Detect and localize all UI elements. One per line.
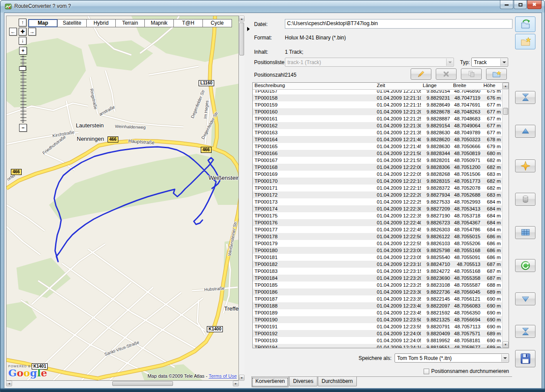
table-row[interactable]: TP00019201.04.2009 12:24:009.882040948.7… [253, 330, 502, 337]
table-body[interactable]: TP00015701.04.2009 12:21:059.882915448.7… [253, 90, 502, 348]
zoom-out-button[interactable]: − [19, 124, 27, 132]
column-header[interactable]: Beschreibung [253, 83, 375, 89]
move-up-button[interactable] [515, 125, 535, 138]
tab-diverses[interactable]: Diverses [289, 377, 317, 386]
delete-positionlist-button[interactable] [436, 68, 457, 80]
copy-positionlist-button[interactable] [461, 68, 482, 80]
pan-center-button[interactable]: ✚ [19, 28, 26, 36]
column-header[interactable]: Zeit [375, 83, 421, 89]
table-row[interactable]: TP00018001.04.2009 12:23:009.882579848.7… [253, 247, 502, 254]
table-row[interactable]: TP00018601.04.2009 12:23:309.882273648.7… [253, 288, 502, 295]
map-type-button-cycle[interactable]: Cycle [202, 19, 232, 27]
save-format-combobox[interactable]: Tom Tom 5 Route (*.itn) [395, 353, 509, 363]
rename-positionlist-button[interactable] [411, 68, 431, 80]
table-row[interactable]: TP00016701.04.2009 12:21:559.882820148.7… [253, 157, 502, 164]
numbering-checkbox[interactable] [424, 369, 429, 374]
title-bar[interactable]: RouteConverter ? vom ? ✖ [0, 0, 545, 13]
table-row[interactable]: TP00017301.04.2009 12:22:259.882753348.7… [253, 198, 502, 205]
table-row[interactable]: TP00017701.04.2009 12:22:459.882630348.7… [253, 226, 502, 233]
close-button[interactable]: ✖ [527, 0, 542, 9]
table-header[interactable]: BeschreibungZeitLängeBreiteHöhe [253, 83, 502, 90]
table-row[interactable]: TP00017901.04.2009 12:22:559.882610348.7… [253, 240, 502, 247]
table-row[interactable]: TP00018301.04.2009 12:23:159.882427248.7… [253, 268, 502, 275]
table-row[interactable]: TP00018501.04.2009 12:23:259.882310848.7… [253, 282, 502, 288]
table-row[interactable]: TP00018701.04.2009 12:23:359.882214548.7… [253, 295, 502, 302]
table-row[interactable]: TP00018101.04.2009 12:23:059.882554048.7… [253, 254, 502, 261]
table-row[interactable]: TP00016901.04.2009 12:22:059.882826848.7… [253, 171, 502, 178]
table-row[interactable]: TP00019301.04.2009 12:24:059.881995248.7… [253, 337, 502, 344]
pan-left-button[interactable]: ← [9, 28, 17, 36]
panel-splitter[interactable] [245, 16, 251, 381]
splitter-collapse-icon[interactable] [247, 27, 250, 31]
minimize-button[interactable] [500, 0, 513, 9]
table-row[interactable]: TP00016801.04.2009 12:22:009.882830648.7… [253, 164, 502, 171]
zoom-in-button[interactable]: + [19, 47, 27, 55]
table-row[interactable]: TP00016101.04.2009 12:21:259.882888748.7… [253, 115, 502, 122]
google-logo[interactable]: POWERED BY Google [8, 365, 47, 378]
save-file-button[interactable] [515, 350, 535, 367]
map-type-button-t@h[interactable]: T@H [173, 19, 203, 27]
move-down-button[interactable] [515, 292, 535, 305]
table-row[interactable]: TP00017101.04.2009 12:22:159.882837248.7… [253, 185, 502, 191]
map-type-button-map[interactable]: Map [28, 19, 58, 27]
scroll-down-button[interactable]: ▼ [503, 341, 509, 348]
new-positionlist-button[interactable] [486, 68, 507, 80]
column-header[interactable]: Länge [421, 83, 451, 89]
open-file-button[interactable] [515, 16, 535, 32]
table-row[interactable]: TP00019001.04.2009 12:23:509.882132548.7… [253, 316, 502, 323]
split-positionlist-button[interactable] [515, 226, 535, 239]
add-position-button[interactable] [515, 159, 535, 172]
table-row[interactable]: TP00015701.04.2009 12:21:059.882915448.7… [253, 90, 502, 94]
scroll-right-button[interactable]: ► [233, 381, 239, 386]
move-to-top-button[interactable] [515, 91, 535, 104]
pan-up-button[interactable]: ↑ [19, 19, 26, 26]
table-row[interactable]: TP00019101.04.2009 12:23:559.882079148.7… [253, 323, 502, 330]
maximize-button[interactable] [514, 0, 527, 9]
revert-positionlist-button[interactable] [515, 259, 535, 272]
table-row[interactable]: TP00018401.04.2009 12:23:209.882369048.7… [253, 275, 502, 282]
column-header[interactable]: Breite [451, 83, 482, 89]
table-row[interactable]: TP00017501.04.2009 12:22:359.882719048.7… [253, 212, 502, 219]
table-row[interactable]: TP00019401.04.2009 12:24:109.881955148.7… [253, 344, 502, 348]
scroll-up-button[interactable]: ▲ [503, 83, 509, 89]
scrollbar-thumb[interactable] [112, 381, 173, 386]
table-row[interactable]: TP00017401.04.2009 12:22:309.882720948.7… [253, 205, 502, 212]
move-to-bottom-button[interactable] [515, 325, 535, 338]
table-row[interactable]: TP00016501.04.2009 12:21:459.882863048.7… [253, 143, 502, 150]
table-row[interactable]: TP00018801.04.2009 12:23:409.882209748.7… [253, 302, 502, 309]
map-horizontal-scrollbar[interactable]: ◄ ► [6, 381, 239, 387]
terms-of-use-link[interactable]: Terms of Use [209, 373, 237, 379]
table-row[interactable]: TP00018901.04.2009 12:23:459.882159248.7… [253, 309, 502, 316]
map-type-button-mapnik[interactable]: Mapnik [144, 19, 174, 27]
table-row[interactable]: TP00017001.04.2009 12:22:109.882831548.7… [253, 178, 502, 185]
table-row[interactable]: TP00017801.04.2009 12:22:509.882612248.7… [253, 233, 502, 240]
new-file-button[interactable] [515, 34, 535, 49]
table-row[interactable]: TP00015901.04.2009 12:21:159.882864948.7… [253, 101, 502, 108]
table-row[interactable]: TP00016201.04.2009 12:21:309.882915448.7… [253, 122, 502, 129]
table-row[interactable]: TP00016301.04.2009 12:21:359.882863048.7… [253, 129, 502, 136]
scrollbar-thumb[interactable] [503, 108, 508, 115]
map-vertical-scrollbar[interactable]: ▲ ▼ [239, 16, 245, 381]
scrollbar-thumb[interactable] [239, 23, 244, 55]
table-row[interactable]: TP00018201.04.2009 12:23:109.882471048.7… [253, 261, 502, 268]
table-row[interactable]: TP00016001.04.2009 12:21:209.882867848.7… [253, 108, 502, 115]
file-path-input[interactable]: C:\Users\cpesch\Desktop\BT747log.bin [285, 19, 512, 29]
table-scrollbar[interactable]: ▲ ▼ [502, 83, 509, 348]
column-header[interactable]: Höhe [482, 83, 502, 89]
delete-position-button[interactable] [515, 193, 535, 206]
scroll-left-button[interactable]: ◄ [6, 381, 12, 386]
map-viewport[interactable]: LautersteinNenningenWeinhaldenwegHauptst… [6, 16, 239, 381]
table-row[interactable]: TP00016601.04.2009 12:21:509.882834448.7… [253, 150, 502, 157]
table-row[interactable]: TP00017201.04.2009 12:22:209.882793448.7… [253, 191, 502, 198]
map-type-button-satellite[interactable]: Satellite [57, 19, 87, 27]
table-row[interactable]: TP00017601.04.2009 12:22:409.882672348.7… [253, 219, 502, 226]
type-combobox[interactable]: Track [471, 58, 508, 67]
map-type-button-hybrid[interactable]: Hybrid [86, 19, 116, 27]
table-row[interactable]: TP00015801.04.2009 12:21:109.882923148.7… [253, 94, 502, 101]
pan-down-button[interactable]: ↓ [19, 37, 26, 45]
scroll-up-button[interactable]: ▲ [239, 16, 245, 22]
table-row[interactable]: TP00016401.04.2009 12:21:409.882862048.7… [253, 136, 502, 143]
pan-right-button[interactable]: → [28, 28, 36, 36]
tab-konvertieren[interactable]: Konvertieren [251, 377, 289, 387]
scroll-down-button[interactable]: ▼ [239, 375, 245, 381]
